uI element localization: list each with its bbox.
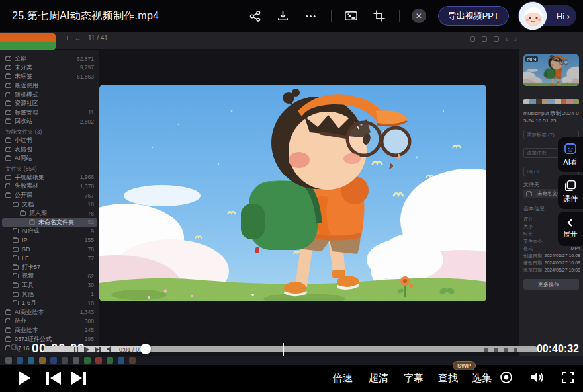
- account-button[interactable]: Hi ›: [521, 5, 576, 26]
- tree-item[interactable]: AI商业绘本 1,343: [0, 307, 99, 317]
- folder-icon: [29, 220, 35, 225]
- control-3[interactable]: 字幕: [404, 372, 424, 385]
- folder-icon: [5, 319, 11, 323]
- tree-item[interactable]: 第六期 78: [0, 209, 99, 218]
- palette-swatch[interactable]: [542, 99, 548, 104]
- tree-item[interactable]: 待办 308: [0, 317, 99, 326]
- tree-item[interactable]: SD 78: [0, 245, 99, 254]
- folder-icon: [5, 101, 11, 106]
- rotate-icon[interactable]: [482, 36, 487, 42]
- chapter-marker: [283, 343, 284, 356]
- screen: 25.第七周AI动态视频制作.mp4: [0, 0, 583, 392]
- mini-player-controls: 0:01 / 0:03: [74, 346, 148, 352]
- record-dot-button[interactable]: [500, 371, 513, 387]
- more-actions-button[interactable]: 更多操作…: [523, 279, 579, 290]
- tree-item[interactable]: AI合成 9: [0, 227, 99, 236]
- zoom-icon[interactable]: [470, 36, 475, 42]
- chevron-left-icon: [566, 218, 575, 227]
- sidebar-item[interactable]: 标签管理 11: [0, 108, 99, 118]
- more-options-icon[interactable]: [303, 8, 319, 24]
- smart-list: 全部 62,871 未分类 9,797 未标签 61,863 最: [0, 54, 99, 126]
- pause-icon: [74, 347, 78, 352]
- sidebar-item[interactable]: 随机模式: [0, 90, 99, 99]
- control-1[interactable]: 倍速: [333, 372, 353, 385]
- palette-swatch[interactable]: [529, 99, 535, 104]
- tree-item[interactable]: 未命名文件夹 52: [2, 218, 97, 227]
- mini-right-controls: [484, 346, 517, 352]
- folder-icon: [5, 65, 11, 70]
- sidebar: 全部 62,871 未分类 9,797 未标签 61,863 最: [0, 50, 99, 356]
- crop-icon[interactable]: [371, 8, 387, 24]
- folder-icon: [13, 301, 19, 305]
- close-button[interactable]: ✕: [412, 9, 426, 23]
- previous-button[interactable]: [46, 372, 61, 385]
- palette-swatch[interactable]: [548, 99, 554, 104]
- tree-item[interactable]: IP 155: [0, 236, 99, 245]
- folder-icon: [13, 292, 19, 297]
- next-icon[interactable]: ›: [514, 35, 517, 43]
- courseware-button[interactable]: 课件: [558, 175, 583, 209]
- palette-swatch[interactable]: [555, 99, 561, 104]
- courseware-icon: [564, 180, 576, 192]
- tree-item[interactable]: 文档 18: [0, 200, 99, 209]
- next-button[interactable]: [71, 372, 86, 385]
- smart-folder-item[interactable]: AI网站: [0, 154, 99, 163]
- account-label: Hi ›: [557, 11, 570, 21]
- seek-bar[interactable]: 0:01 / 0:03: [44, 346, 537, 352]
- volume-button[interactable]: [530, 371, 545, 387]
- tree-item[interactable]: 工具 30: [0, 281, 99, 290]
- control-5[interactable]: 选集: [472, 372, 492, 385]
- info-header: 基本信息: [523, 205, 545, 212]
- sidebar-item[interactable]: 未分类 9,797: [0, 63, 99, 73]
- tree-item[interactable]: 1-6月 10: [0, 299, 99, 308]
- palette-swatch[interactable]: [536, 99, 542, 104]
- folder-icon: [5, 93, 11, 97]
- video-canvas[interactable]: [99, 85, 486, 301]
- playhead[interactable]: [140, 344, 151, 354]
- tree-item[interactable]: 打卡57: [0, 262, 99, 272]
- tree-item[interactable]: 公开课 767: [0, 191, 99, 200]
- page-counter: 11 / 41: [88, 34, 108, 42]
- palette-swatch[interactable]: [566, 99, 572, 104]
- expand-button[interactable]: 展开: [558, 212, 583, 246]
- download-icon[interactable]: [275, 8, 291, 24]
- info-row: 添加日期 2024/05/27 10:08: [523, 266, 580, 274]
- tree-item[interactable]: 手机壁纸集 1,966: [0, 173, 99, 182]
- smart-folder-item[interactable]: 表情包: [0, 145, 99, 154]
- folder-icon: [13, 229, 19, 233]
- back-arrow[interactable]: ←: [75, 34, 81, 42]
- export-video-ppt-button[interactable]: 导出视频PPT: [438, 6, 509, 26]
- picture-in-picture-icon[interactable]: [343, 8, 359, 24]
- folder-icon: [526, 192, 532, 196]
- player-controls-bar: 倍速超清字幕查找选集 SWP: [0, 365, 583, 392]
- smart-folder-item[interactable]: 小红书: [0, 136, 99, 145]
- palette-swatch[interactable]: [561, 99, 566, 104]
- layout-icon[interactable]: [64, 36, 68, 40]
- folder-icon: [13, 247, 19, 252]
- progress-zone: 00:00:02 0:01 / 0:03 00:40:32: [0, 338, 583, 358]
- play-button[interactable]: [19, 371, 30, 385]
- fullscreen-button[interactable]: [562, 372, 574, 386]
- prev-icon[interactable]: ‹: [506, 35, 508, 43]
- share-icon[interactable]: [247, 8, 263, 24]
- tree-item[interactable]: LE 77: [0, 254, 99, 263]
- sidebar-item[interactable]: 全部 62,871: [0, 54, 99, 63]
- palette-swatch[interactable]: [573, 99, 579, 104]
- file-name[interactable]: musicinput 录制 2024-05-24 16.51.25: [523, 110, 580, 124]
- tree-item[interactable]: 视频 62: [0, 272, 99, 281]
- tree-item[interactable]: 其他 1: [0, 290, 99, 299]
- sidebar-item[interactable]: 未标签 61,863: [0, 72, 99, 81]
- grid-icon[interactable]: [494, 36, 499, 42]
- palette-swatch[interactable]: [523, 99, 529, 104]
- control-2[interactable]: 超清: [369, 372, 388, 385]
- ai-watch-button[interactable]: AI看: [558, 137, 583, 172]
- color-palette[interactable]: [523, 99, 579, 104]
- video-title: 25.第七周AI动态视频制作.mp4: [12, 9, 159, 23]
- control-4[interactable]: 查找: [438, 372, 458, 385]
- sidebar-item[interactable]: 资源社区: [0, 99, 99, 108]
- tree-item[interactable]: 失败素材 1,378: [0, 182, 99, 191]
- sidebar-item[interactable]: 最近使用: [0, 81, 99, 91]
- tree-item[interactable]: 商业绘本 245: [0, 326, 99, 335]
- folder-tree: 手机壁纸集 1,966 失败素材 1,378 公开课 767 文: [0, 173, 99, 353]
- sidebar-item[interactable]: 回收站 2,802: [0, 117, 99, 126]
